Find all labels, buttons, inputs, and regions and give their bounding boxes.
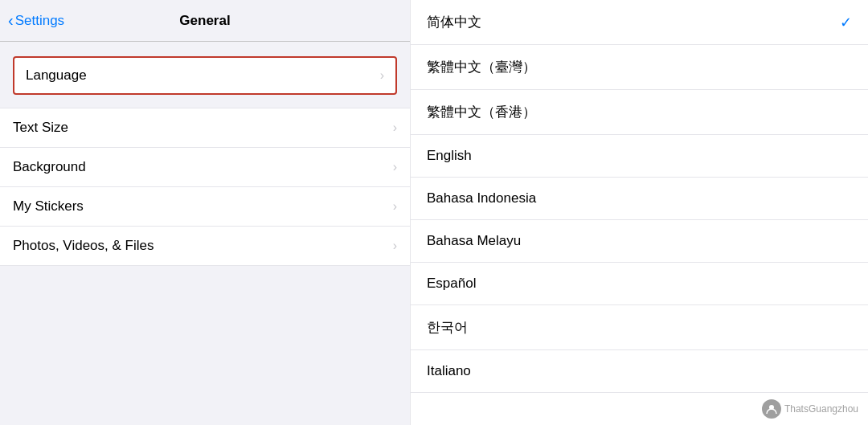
watermark: ThatsGuangzhou [762, 399, 858, 419]
chevron-right-icon: › [393, 160, 397, 174]
photos-item[interactable]: Photos, Videos, & Files › [0, 227, 410, 266]
language-list-item[interactable]: 简体中文✓ [411, 0, 868, 45]
background-item[interactable]: Background › [0, 148, 410, 187]
photos-label: Photos, Videos, & Files [13, 238, 154, 254]
language-list-item[interactable]: Bahasa Indonesia [411, 178, 868, 220]
chevron-right-icon: › [380, 68, 384, 83]
language-list-item[interactable]: 한국어 [411, 305, 868, 350]
language-list-item[interactable]: Español [411, 263, 868, 305]
back-label: Settings [15, 13, 64, 29]
language-label: Language [26, 67, 87, 84]
chevron-right-icon: › [393, 121, 397, 135]
page-title: General [179, 13, 230, 29]
section-divider [0, 266, 410, 295]
language-item-label: 简体中文 [427, 13, 481, 31]
language-list: 简体中文✓繁體中文（臺灣）繁體中文（香港）EnglishBahasa Indon… [411, 0, 868, 425]
language-item-label: Italiano [427, 363, 471, 379]
watermark-text: ThatsGuangzhou [784, 403, 858, 415]
language-list-item[interactable]: Bahasa Melayu [411, 220, 868, 263]
language-item-label: 繁體中文（香港） [427, 103, 536, 121]
language-item[interactable]: Language › [13, 56, 397, 95]
language-item-label: Bahasa Melayu [427, 233, 521, 249]
settings-group: Text Size › Background › My Stickers › P… [0, 108, 410, 266]
chevron-right-icon: › [393, 239, 397, 253]
chevron-right-icon: › [393, 199, 397, 214]
nav-bar: ‹ Settings General [0, 0, 410, 42]
text-size-label: Text Size [13, 120, 68, 136]
language-item-label: 한국어 [427, 318, 468, 337]
checkmark-icon: ✓ [840, 14, 852, 31]
language-list-item[interactable]: Italiano [411, 350, 868, 393]
language-item-label: 繁體中文（臺灣） [427, 58, 536, 76]
background-label: Background [13, 159, 86, 175]
language-item-label: Bahasa Indonesia [427, 190, 536, 206]
watermark-icon [762, 399, 781, 419]
language-list-item[interactable]: 繁體中文（臺灣） [411, 45, 868, 90]
back-chevron-icon: ‹ [8, 11, 14, 30]
left-panel: ‹ Settings General Language › Text Size … [0, 0, 410, 425]
stickers-item[interactable]: My Stickers › [0, 187, 410, 227]
language-item-label: Español [427, 276, 476, 292]
right-panel: 简体中文✓繁體中文（臺灣）繁體中文（香港）EnglishBahasa Indon… [410, 0, 868, 425]
language-item-label: English [427, 148, 472, 164]
back-button[interactable]: ‹ Settings [8, 11, 64, 30]
language-list-item[interactable]: English [411, 135, 868, 178]
stickers-label: My Stickers [13, 198, 84, 215]
text-size-item[interactable]: Text Size › [0, 108, 410, 148]
language-list-item[interactable]: 繁體中文（香港） [411, 90, 868, 135]
